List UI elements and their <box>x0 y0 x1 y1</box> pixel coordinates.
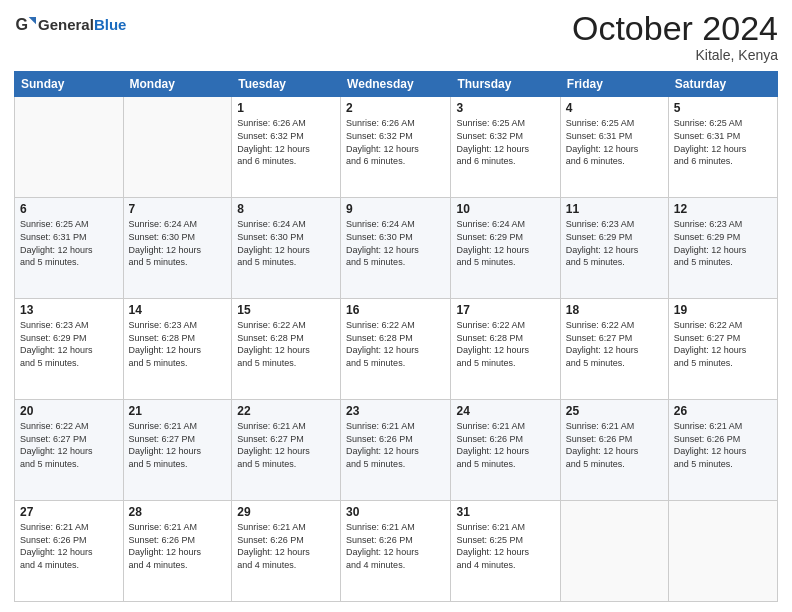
col-header-thursday: Thursday <box>451 72 560 97</box>
calendar-cell: 30Sunrise: 6:21 AM Sunset: 6:26 PM Dayli… <box>341 501 451 602</box>
logo-icon: G <box>14 14 36 36</box>
day-info: Sunrise: 6:25 AM Sunset: 6:32 PM Dayligh… <box>456 117 554 167</box>
day-info: Sunrise: 6:21 AM Sunset: 6:26 PM Dayligh… <box>346 521 445 571</box>
calendar-cell: 27Sunrise: 6:21 AM Sunset: 6:26 PM Dayli… <box>15 501 124 602</box>
calendar-cell: 23Sunrise: 6:21 AM Sunset: 6:26 PM Dayli… <box>341 400 451 501</box>
calendar-cell: 19Sunrise: 6:22 AM Sunset: 6:27 PM Dayli… <box>668 299 777 400</box>
calendar-cell: 1Sunrise: 6:26 AM Sunset: 6:32 PM Daylig… <box>232 97 341 198</box>
day-number: 2 <box>346 101 445 115</box>
calendar-cell <box>560 501 668 602</box>
col-header-monday: Monday <box>123 72 232 97</box>
day-number: 4 <box>566 101 663 115</box>
day-info: Sunrise: 6:25 AM Sunset: 6:31 PM Dayligh… <box>674 117 772 167</box>
calendar-cell <box>123 97 232 198</box>
day-number: 25 <box>566 404 663 418</box>
calendar-cell: 17Sunrise: 6:22 AM Sunset: 6:28 PM Dayli… <box>451 299 560 400</box>
day-info: Sunrise: 6:22 AM Sunset: 6:28 PM Dayligh… <box>346 319 445 369</box>
calendar-cell <box>668 501 777 602</box>
calendar-location: Kitale, Kenya <box>572 47 778 63</box>
calendar-table: SundayMondayTuesdayWednesdayThursdayFrid… <box>14 71 778 602</box>
day-info: Sunrise: 6:22 AM Sunset: 6:27 PM Dayligh… <box>674 319 772 369</box>
day-info: Sunrise: 6:23 AM Sunset: 6:29 PM Dayligh… <box>566 218 663 268</box>
day-number: 23 <box>346 404 445 418</box>
day-info: Sunrise: 6:24 AM Sunset: 6:29 PM Dayligh… <box>456 218 554 268</box>
day-number: 30 <box>346 505 445 519</box>
day-number: 12 <box>674 202 772 216</box>
day-info: Sunrise: 6:25 AM Sunset: 6:31 PM Dayligh… <box>20 218 118 268</box>
day-info: Sunrise: 6:21 AM Sunset: 6:26 PM Dayligh… <box>566 420 663 470</box>
day-number: 7 <box>129 202 227 216</box>
calendar-cell: 6Sunrise: 6:25 AM Sunset: 6:31 PM Daylig… <box>15 198 124 299</box>
week-row-3: 13Sunrise: 6:23 AM Sunset: 6:29 PM Dayli… <box>15 299 778 400</box>
calendar-title: October 2024 <box>572 10 778 47</box>
day-number: 5 <box>674 101 772 115</box>
svg-marker-1 <box>29 17 36 24</box>
day-number: 18 <box>566 303 663 317</box>
day-info: Sunrise: 6:21 AM Sunset: 6:26 PM Dayligh… <box>237 521 335 571</box>
week-row-2: 6Sunrise: 6:25 AM Sunset: 6:31 PM Daylig… <box>15 198 778 299</box>
calendar-cell: 15Sunrise: 6:22 AM Sunset: 6:28 PM Dayli… <box>232 299 341 400</box>
day-number: 9 <box>346 202 445 216</box>
day-number: 28 <box>129 505 227 519</box>
calendar-cell: 5Sunrise: 6:25 AM Sunset: 6:31 PM Daylig… <box>668 97 777 198</box>
calendar-cell: 28Sunrise: 6:21 AM Sunset: 6:26 PM Dayli… <box>123 501 232 602</box>
day-number: 27 <box>20 505 118 519</box>
day-info: Sunrise: 6:26 AM Sunset: 6:32 PM Dayligh… <box>346 117 445 167</box>
calendar-cell: 26Sunrise: 6:21 AM Sunset: 6:26 PM Dayli… <box>668 400 777 501</box>
calendar-cell: 13Sunrise: 6:23 AM Sunset: 6:29 PM Dayli… <box>15 299 124 400</box>
calendar-cell: 21Sunrise: 6:21 AM Sunset: 6:27 PM Dayli… <box>123 400 232 501</box>
day-number: 29 <box>237 505 335 519</box>
day-number: 11 <box>566 202 663 216</box>
calendar-cell: 8Sunrise: 6:24 AM Sunset: 6:30 PM Daylig… <box>232 198 341 299</box>
logo: G GeneralBlue <box>14 14 126 36</box>
day-number: 16 <box>346 303 445 317</box>
week-row-5: 27Sunrise: 6:21 AM Sunset: 6:26 PM Dayli… <box>15 501 778 602</box>
day-number: 15 <box>237 303 335 317</box>
day-info: Sunrise: 6:23 AM Sunset: 6:28 PM Dayligh… <box>129 319 227 369</box>
day-info: Sunrise: 6:23 AM Sunset: 6:29 PM Dayligh… <box>20 319 118 369</box>
calendar-cell: 9Sunrise: 6:24 AM Sunset: 6:30 PM Daylig… <box>341 198 451 299</box>
day-info: Sunrise: 6:21 AM Sunset: 6:26 PM Dayligh… <box>129 521 227 571</box>
calendar-cell: 29Sunrise: 6:21 AM Sunset: 6:26 PM Dayli… <box>232 501 341 602</box>
day-info: Sunrise: 6:22 AM Sunset: 6:27 PM Dayligh… <box>566 319 663 369</box>
col-header-tuesday: Tuesday <box>232 72 341 97</box>
day-number: 8 <box>237 202 335 216</box>
week-row-4: 20Sunrise: 6:22 AM Sunset: 6:27 PM Dayli… <box>15 400 778 501</box>
day-number: 1 <box>237 101 335 115</box>
day-number: 14 <box>129 303 227 317</box>
day-info: Sunrise: 6:26 AM Sunset: 6:32 PM Dayligh… <box>237 117 335 167</box>
day-info: Sunrise: 6:22 AM Sunset: 6:27 PM Dayligh… <box>20 420 118 470</box>
calendar-cell: 2Sunrise: 6:26 AM Sunset: 6:32 PM Daylig… <box>341 97 451 198</box>
calendar-cell: 16Sunrise: 6:22 AM Sunset: 6:28 PM Dayli… <box>341 299 451 400</box>
day-info: Sunrise: 6:22 AM Sunset: 6:28 PM Dayligh… <box>456 319 554 369</box>
day-number: 31 <box>456 505 554 519</box>
day-info: Sunrise: 6:21 AM Sunset: 6:26 PM Dayligh… <box>346 420 445 470</box>
day-info: Sunrise: 6:21 AM Sunset: 6:27 PM Dayligh… <box>129 420 227 470</box>
day-info: Sunrise: 6:24 AM Sunset: 6:30 PM Dayligh… <box>237 218 335 268</box>
day-number: 19 <box>674 303 772 317</box>
logo-blue-text: Blue <box>94 16 127 33</box>
calendar-cell: 18Sunrise: 6:22 AM Sunset: 6:27 PM Dayli… <box>560 299 668 400</box>
day-info: Sunrise: 6:21 AM Sunset: 6:26 PM Dayligh… <box>456 420 554 470</box>
calendar-cell: 22Sunrise: 6:21 AM Sunset: 6:27 PM Dayli… <box>232 400 341 501</box>
title-block: October 2024 Kitale, Kenya <box>572 10 778 63</box>
day-number: 13 <box>20 303 118 317</box>
header: G GeneralBlue October 2024 Kitale, Kenya <box>14 10 778 63</box>
day-info: Sunrise: 6:25 AM Sunset: 6:31 PM Dayligh… <box>566 117 663 167</box>
calendar-cell: 20Sunrise: 6:22 AM Sunset: 6:27 PM Dayli… <box>15 400 124 501</box>
col-header-wednesday: Wednesday <box>341 72 451 97</box>
calendar-cell: 10Sunrise: 6:24 AM Sunset: 6:29 PM Dayli… <box>451 198 560 299</box>
header-row: SundayMondayTuesdayWednesdayThursdayFrid… <box>15 72 778 97</box>
col-header-sunday: Sunday <box>15 72 124 97</box>
calendar-cell: 11Sunrise: 6:23 AM Sunset: 6:29 PM Dayli… <box>560 198 668 299</box>
calendar-cell <box>15 97 124 198</box>
day-info: Sunrise: 6:21 AM Sunset: 6:25 PM Dayligh… <box>456 521 554 571</box>
calendar-cell: 25Sunrise: 6:21 AM Sunset: 6:26 PM Dayli… <box>560 400 668 501</box>
calendar-cell: 7Sunrise: 6:24 AM Sunset: 6:30 PM Daylig… <box>123 198 232 299</box>
logo-general-text: General <box>38 16 94 33</box>
day-info: Sunrise: 6:21 AM Sunset: 6:26 PM Dayligh… <box>20 521 118 571</box>
day-number: 24 <box>456 404 554 418</box>
week-row-1: 1Sunrise: 6:26 AM Sunset: 6:32 PM Daylig… <box>15 97 778 198</box>
day-number: 3 <box>456 101 554 115</box>
calendar-cell: 3Sunrise: 6:25 AM Sunset: 6:32 PM Daylig… <box>451 97 560 198</box>
